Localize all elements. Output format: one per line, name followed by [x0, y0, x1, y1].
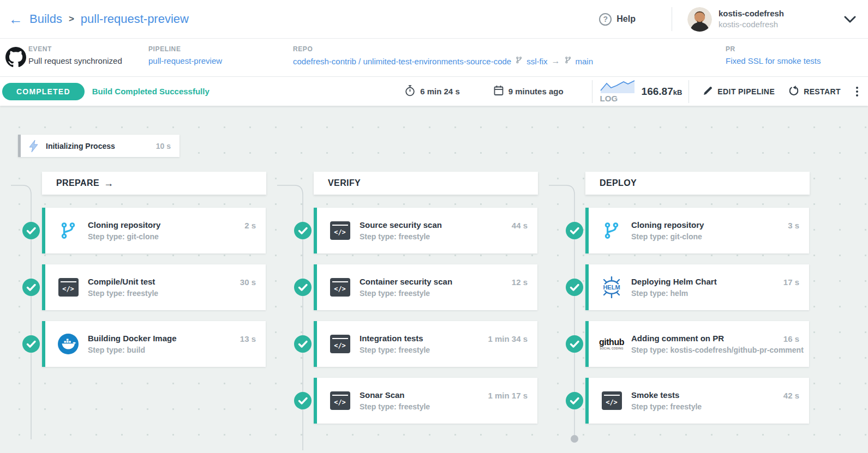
step-duration: 30 s	[240, 277, 256, 287]
step-title: Cloning repository	[631, 220, 704, 229]
step-card-integration-tests[interactable]: </>Integration testsStep type: freestyle…	[314, 321, 537, 367]
build-time-ago: 9 minutes ago	[494, 85, 564, 98]
pr-column: PR Fixed SSL for smoke tests	[726, 45, 821, 65]
step-card-deploying-helm-chart[interactable]: HELMDeploying Helm ChartStep type: helm1…	[585, 264, 809, 310]
freestyle-terminal-icon: </>	[327, 335, 353, 353]
step-success-check-icon	[566, 222, 583, 239]
step-duration: 1 min 17 s	[488, 391, 528, 400]
more-actions-button[interactable]	[854, 84, 860, 99]
step-title: Smoke tests	[631, 390, 702, 400]
restart-button[interactable]: RESTART	[789, 86, 841, 98]
step-duration: 3 s	[788, 221, 799, 230]
svg-text:HELM: HELM	[603, 284, 620, 291]
stopwatch-icon	[405, 85, 415, 98]
calendar-icon	[494, 85, 504, 98]
git-clone-icon	[598, 221, 625, 240]
step-title: Compile/Unit test	[88, 277, 158, 286]
step-card-cloning-repository[interactable]: Cloning repositoryStep type: git-clone2 …	[42, 208, 266, 253]
step-success-check-icon	[22, 222, 40, 239]
branch-from-link[interactable]: ssl-fix	[526, 57, 547, 66]
avatar[interactable]	[687, 7, 712, 32]
stage-header-prepare: PREPARE→	[42, 172, 266, 195]
step-success-check-icon	[566, 392, 583, 409]
step-duration: 44 s	[512, 221, 528, 230]
stage-header-verify: VERIFY	[314, 172, 538, 195]
step-title: Sonar Scan	[360, 390, 430, 400]
pipeline-label: PIPELINE	[148, 45, 222, 53]
freestyle-terminal-icon: </>	[327, 391, 353, 410]
helm-icon: HELM	[598, 276, 625, 298]
step-title: Adding comment on PR	[631, 334, 783, 343]
step-title: Cloning repository	[88, 220, 160, 229]
step-card-compile-unit-test[interactable]: </>Compile/Unit testStep type: freestyle…	[42, 264, 266, 310]
pr-link[interactable]: Fixed SSL for smoke tests	[726, 56, 821, 65]
step-title: Integration tests	[360, 334, 430, 343]
help-icon: ?	[599, 13, 612, 26]
pipeline-canvas: Initializing Process 10 s PREPARE→Clonin…	[0, 106, 868, 453]
step-duration: 13 s	[240, 334, 256, 343]
step-card-cloning-repository[interactable]: Cloning repositoryStep type: git-clone3 …	[585, 208, 809, 253]
step-duration: 17 s	[783, 277, 799, 287]
git-clone-icon	[55, 221, 81, 240]
stage-title: PREPARE	[56, 178, 99, 188]
initializing-process-step[interactable]: Initializing Process 10 s	[18, 135, 179, 157]
step-card-building-docker-image[interactable]: Building Docker ImageStep type: build13 …	[42, 321, 266, 367]
init-step-duration: 10 s	[156, 142, 171, 150]
status-badge: COMPLETED	[2, 83, 85, 100]
step-card-container-security-scan[interactable]: </>Container security scanStep type: fre…	[314, 264, 537, 310]
step-type: Step type: freestyle	[360, 402, 430, 411]
breadcrumb-separator: >	[69, 14, 74, 25]
step-success-check-icon	[294, 222, 312, 239]
user-account: kostis-codefresh	[719, 19, 784, 30]
help-button[interactable]: ? Help	[599, 13, 636, 26]
step-type: Step type: freestyle	[360, 346, 430, 354]
log-button[interactable]: LOG	[600, 80, 635, 102]
user-names: kostis-codefresh kostis-codefresh	[719, 8, 784, 31]
branch-arrow-icon: →	[552, 56, 560, 66]
build-duration: 6 min 24 s	[405, 85, 460, 98]
pipeline-link[interactable]: pull-request-preview	[148, 56, 222, 65]
step-title: Deploying Helm Chart	[631, 277, 717, 286]
step-title: Container security scan	[360, 277, 452, 286]
log-size: 166.87kB	[642, 86, 683, 98]
github-event-icon	[5, 47, 26, 70]
breadcrumb-builds-link[interactable]: Builds	[29, 12, 62, 26]
repo-link[interactable]: codefresh-contrib / unlimited-test-envir…	[293, 57, 511, 66]
freestyle-terminal-icon: </>	[55, 278, 81, 297]
build-info-bar: EVENT Pull request synchronized PIPELINE…	[0, 39, 868, 77]
step-card-adding-comment-on-pr[interactable]: githubSOCIAL CODINGAdding comment on PRS…	[585, 321, 809, 367]
step-type: Step type: freestyle	[360, 289, 452, 298]
step-title: Source security scan	[360, 220, 442, 229]
step-type: Step type: git-clone	[631, 232, 704, 241]
freestyle-terminal-icon: </>	[327, 221, 353, 240]
back-arrow-icon[interactable]: ←	[9, 12, 23, 26]
event-column: EVENT Pull request synchronized	[28, 45, 122, 65]
step-success-check-icon	[294, 392, 312, 409]
pr-label: PR	[726, 45, 821, 53]
step-card-source-security-scan[interactable]: </>Source security scanStep type: freest…	[314, 208, 537, 253]
chevron-down-icon[interactable]	[844, 16, 856, 23]
avatar-image	[687, 7, 712, 32]
edit-pipeline-button[interactable]: EDIT PIPELINE	[703, 86, 775, 97]
step-card-smoke-tests[interactable]: </>Smoke testsStep type: freestyle42 s	[585, 378, 809, 424]
repo-label: REPO	[293, 45, 593, 53]
step-title: Building Docker Image	[88, 334, 177, 343]
step-card-sonar-scan[interactable]: </>Sonar ScanStep type: freestyle1 min 1…	[314, 378, 537, 424]
step-duration: 42 s	[783, 391, 799, 400]
breadcrumb: ← Builds > pull-request-preview	[9, 12, 189, 26]
repo-column: REPO codefresh-contrib / unlimited-test-…	[293, 45, 593, 66]
step-type: Step type: freestyle	[360, 232, 442, 241]
step-type: Step type: build	[88, 346, 177, 354]
pencil-icon	[703, 86, 713, 97]
nav-right-cluster: ? Help kostis-codefresh kostis-codefresh	[599, 0, 868, 38]
step-type: Step type: git-clone	[88, 232, 160, 241]
step-duration: 2 s	[244, 221, 256, 230]
step-success-check-icon	[294, 279, 312, 296]
restart-icon	[789, 86, 799, 98]
log-label: LOG	[600, 94, 635, 102]
step-type: Step type: freestyle	[631, 402, 702, 411]
step-type: Step type: kostis-codefresh/github-pr-co…	[631, 346, 783, 354]
step-type: Step type: freestyle	[88, 289, 158, 298]
branch-to-link[interactable]: main	[576, 57, 594, 66]
status-bar: COMPLETED Build Completed Successfully 6…	[0, 77, 868, 106]
